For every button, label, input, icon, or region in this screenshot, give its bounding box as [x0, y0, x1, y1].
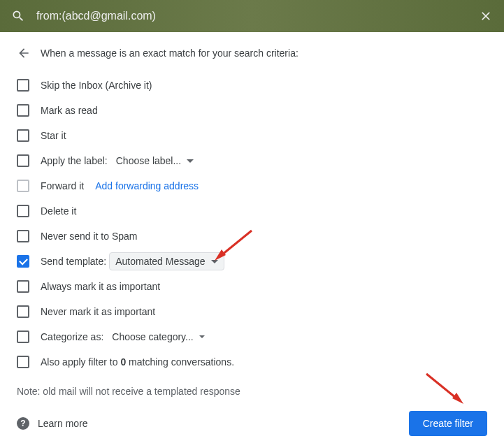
search-query[interactable]: from:(abcd@gmail.com)	[36, 10, 479, 22]
create-filter-button[interactable]: Create filter	[409, 411, 487, 436]
filter-panel: When a message is an exact match for you…	[0, 32, 504, 443]
option-mark-read: Mark as read	[17, 98, 487, 123]
header-row: When a message is an exact match for you…	[17, 46, 487, 60]
option-also-apply: Also apply filter to 0 matching conversa…	[17, 349, 487, 375]
option-delete: Delete it	[17, 198, 487, 224]
label-apply-label: Apply the label:	[41, 155, 108, 166]
learn-more-link[interactable]: Learn more	[38, 418, 88, 429]
checkbox-mark-read[interactable]	[17, 104, 29, 117]
checkbox-also-apply[interactable]	[17, 356, 29, 368]
checkbox-never-spam[interactable]	[17, 230, 29, 242]
caret-down-icon	[211, 260, 218, 263]
checkbox-delete[interactable]	[17, 205, 29, 217]
label-forward: Forward it	[41, 180, 84, 191]
label-star: Star it	[41, 130, 66, 141]
label-never-spam: Never send it to Spam	[41, 231, 138, 242]
label-send-template: Send template:	[41, 256, 106, 267]
caret-down-icon	[187, 159, 194, 163]
back-arrow-icon[interactable]	[17, 46, 31, 60]
label-skip-inbox: Skip the Inbox (Archive it)	[41, 80, 152, 91]
close-icon[interactable]	[479, 9, 493, 23]
checkbox-forward[interactable]	[17, 180, 29, 192]
option-skip-inbox: Skip the Inbox (Archive it)	[17, 73, 487, 98]
help-section: ? Learn more	[17, 417, 88, 430]
option-forward: Forward it Add forwarding address	[17, 173, 487, 198]
checkbox-star[interactable]	[17, 129, 29, 142]
label-always-important: Always mark it as important	[41, 281, 160, 292]
dropdown-categorize[interactable]: Choose category...	[106, 328, 210, 345]
search-icon	[11, 9, 25, 23]
option-never-spam: Never send it to Spam	[17, 224, 487, 249]
dropdown-send-template-value: Automated Message	[115, 256, 205, 267]
help-icon[interactable]: ?	[17, 417, 29, 430]
dropdown-categorize-value: Choose category...	[112, 331, 193, 342]
checkbox-skip-inbox[interactable]	[17, 79, 29, 92]
search-bar: from:(abcd@gmail.com)	[0, 0, 504, 32]
label-also-apply: Also apply filter to 0 matching conversa…	[41, 356, 234, 368]
checkbox-apply-label[interactable]	[17, 154, 29, 167]
option-star: Star it	[17, 123, 487, 148]
checkbox-categorize[interactable]	[17, 331, 29, 343]
header-text: When a message is an exact match for you…	[41, 48, 298, 59]
option-apply-label: Apply the label: Choose label...	[17, 148, 487, 173]
option-never-important: Never mark it as important	[17, 299, 487, 324]
link-add-forwarding[interactable]: Add forwarding address	[95, 180, 199, 191]
option-categorize: Categorize as: Choose category...	[17, 324, 487, 349]
checkbox-send-template[interactable]	[17, 255, 29, 268]
dropdown-apply-label[interactable]: Choose label...	[110, 152, 199, 169]
caret-down-icon	[199, 335, 205, 338]
label-delete: Delete it	[41, 205, 76, 217]
checkbox-always-important[interactable]	[17, 280, 29, 293]
footer: ? Learn more Create filter	[17, 411, 487, 436]
note-text: Note: old mail will not receive a templa…	[17, 386, 487, 397]
label-mark-read: Mark as read	[41, 105, 98, 116]
option-always-important: Always mark it as important	[17, 274, 487, 299]
checkbox-never-important[interactable]	[17, 305, 29, 318]
dropdown-apply-label-value: Choose label...	[116, 155, 181, 166]
option-send-template: Send template: Automated Message	[17, 249, 487, 274]
label-categorize: Categorize as:	[41, 331, 103, 342]
dropdown-send-template[interactable]: Automated Message	[109, 252, 224, 270]
label-never-important: Never mark it as important	[41, 306, 155, 317]
